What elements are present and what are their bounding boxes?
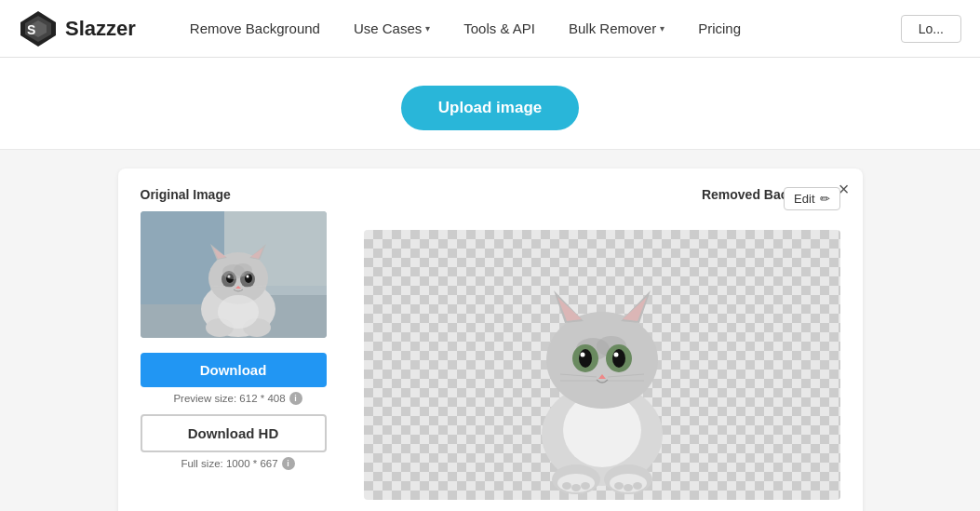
svg-point-27 [218, 295, 259, 329]
main-content: × Original Image [0, 150, 980, 511]
result-layout: Original Image [141, 187, 840, 500]
full-size-info-icon[interactable]: i [282, 457, 295, 470]
right-panel: Removed Background Edit ✏ [364, 187, 840, 500]
svg-point-59 [633, 482, 642, 490]
nav-item-bulk-remover[interactable]: Bulk Remover ▾ [552, 20, 681, 36]
svg-point-57 [614, 482, 624, 490]
pencil-icon: ✏ [820, 192, 830, 206]
edit-button[interactable]: Edit ✏ [784, 187, 839, 210]
nav-item-use-cases[interactable]: Use Cases ▾ [337, 20, 447, 36]
svg-point-58 [624, 484, 633, 491]
logo-icon: S [19, 9, 58, 48]
svg-point-41 [579, 349, 592, 368]
full-size-info: Full size: 1000 * 667 i [141, 457, 336, 470]
original-image [141, 211, 327, 338]
nav-links: Remove Background Use Cases ▾ Tools & AP… [173, 20, 901, 36]
svg-point-54 [562, 482, 571, 490]
result-card: × Original Image [118, 168, 863, 511]
svg-point-43 [580, 353, 584, 357]
svg-point-44 [613, 353, 618, 357]
nav-item-remove-background[interactable]: Remove Background [173, 20, 337, 36]
logo-link[interactable]: S Slazzer [19, 9, 136, 48]
navbar: S Slazzer Remove Background Use Cases ▾ … [0, 0, 980, 58]
download-hd-button[interactable]: Download HD [141, 414, 327, 452]
original-image-title: Original Image [141, 187, 336, 202]
brand-name: Slazzer [65, 17, 136, 41]
chevron-down-icon-2: ▾ [660, 23, 665, 34]
removed-background-preview [364, 230, 840, 500]
login-button[interactable]: Lo... [901, 15, 961, 43]
left-panel: Original Image [141, 187, 336, 470]
svg-point-56 [581, 482, 590, 490]
nav-item-pricing[interactable]: Pricing [681, 20, 758, 36]
svg-point-32 [546, 312, 658, 409]
download-button[interactable]: Download [141, 353, 327, 387]
svg-point-29 [234, 263, 252, 276]
upload-image-button[interactable]: Upload image [401, 86, 579, 130]
close-button[interactable]: × [839, 180, 850, 198]
svg-point-55 [571, 484, 581, 491]
removed-background-title: Removed Background [364, 187, 840, 202]
upload-section: Upload image [0, 58, 980, 150]
svg-text:S: S [27, 22, 35, 37]
nav-item-tools-api[interactable]: Tools & API [447, 20, 552, 36]
preview-info-icon[interactable]: i [289, 392, 302, 405]
preview-size-info: Preview size: 612 * 408 i [141, 392, 336, 405]
svg-point-42 [612, 349, 625, 368]
cat-cutout-image [509, 239, 695, 500]
chevron-down-icon: ▾ [425, 23, 430, 34]
